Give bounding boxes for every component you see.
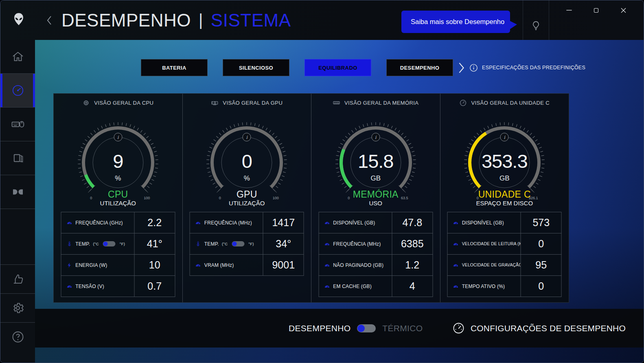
performance-toggle-label: DESEMPENHO [289, 323, 350, 333]
tips-lightbulb-button[interactable] [530, 19, 542, 32]
preset-specs-info-icon[interactable] [469, 63, 478, 73]
sidebar-item-dolby[interactable] [0, 175, 35, 209]
speedometer-icon [459, 99, 467, 107]
gauge-cpu: i9%CPUUTILIZAÇÃO0100 [69, 118, 167, 216]
ram-icon [333, 99, 340, 107]
card-title: VISÃO GERAL DA CPU [94, 100, 153, 106]
metric-row-freque-ncia-mhz: FREQUÊNCIA (MHz)1417 [190, 212, 304, 233]
preset-button-silencioso[interactable]: SILENCIOSO [223, 59, 289, 76]
gauge-drive-c: i353.3GBUNIDADE CESPAÇO EM DISCO0926.1 [456, 118, 553, 216]
gauge-info-icon[interactable]: i [371, 133, 380, 141]
gauge-value: 0 [198, 151, 296, 172]
close-button[interactable] [610, 1, 637, 19]
metric-row-tensa-o-v: TENSÃO (V)0.7 [61, 275, 175, 297]
gauge-info-icon[interactable]: i [243, 133, 251, 141]
title-secondary: SISTEMA [211, 10, 291, 31]
metric-label: TEMP. [204, 241, 219, 247]
gauge-gpu: i0%GPUUTILIZAÇÃO0100 [198, 118, 296, 216]
gauge-icon [195, 262, 202, 268]
sidebar-item-home[interactable] [0, 40, 35, 74]
performance-gauge-icon [11, 84, 25, 97]
overview-card-cpu: VISÃO GERAL DA CPUi9%CPUUTILIZAÇÃO0100FR… [54, 94, 183, 302]
performance-settings-button[interactable]: CONFIGURAÇÕES DE DESEMPENHO [452, 309, 626, 348]
maximize-button[interactable] [583, 1, 610, 19]
metrics-table: FREQUÊNCIA (MHz)1417TEMP.(°C°F)34°VRAM (… [190, 212, 304, 276]
metric-row-velocidade-de-leitura-kb-s: VELOCIDADE DE LEITURA (KB/s)0 [447, 233, 562, 255]
sidebar-item-settings[interactable] [0, 293, 35, 322]
performance-thermal-toggle[interactable] [357, 324, 376, 332]
gauge-value: 9 [69, 151, 167, 172]
metric-value: 2.2 [134, 212, 175, 233]
metric-row-label: FREQUÊNCIA (GHz) [61, 212, 134, 233]
metric-row-temp: TEMP.(°C°F)34° [190, 233, 304, 255]
metric-value: 1.2 [392, 255, 432, 275]
preset-specs-label[interactable]: ESPECIFICAÇÕES DAS PREDEFINIÇÕES [482, 65, 585, 70]
settings-label: CONFIGURAÇÕES DE DESEMPENHO [471, 323, 626, 333]
card-title: VISÃO GERAL DA GPU [223, 100, 283, 106]
gauge-icon [66, 220, 72, 226]
gauge-icon [324, 220, 330, 226]
alienware-logo-icon [11, 9, 26, 29]
metric-value: 573 [521, 212, 561, 233]
sidebar-item-help[interactable] [0, 322, 35, 351]
metric-value: 47.8 [392, 212, 432, 233]
title-divider: | [199, 11, 203, 29]
tooltip-arrow [510, 21, 517, 29]
gauge-min-label: 0 [219, 196, 221, 200]
metric-label: EM CACHE (GB) [333, 284, 372, 289]
metric-row-label: DISPONÍVEL (GB) [319, 212, 392, 233]
sidebar-item-peripherals[interactable] [0, 108, 35, 141]
expand-chevron-icon[interactable] [458, 62, 465, 74]
metric-value: 0 [521, 276, 561, 297]
metric-value: 9001 [263, 255, 304, 275]
gauge-icon [324, 241, 330, 247]
metric-row-label: TEMPO ATIVO (%) [448, 276, 521, 297]
thumbs-up-icon [11, 272, 25, 286]
metric-row-energia-w: ENERGIA (W)10 [61, 254, 175, 276]
celsius-fahrenheit-toggle[interactable] [103, 241, 116, 246]
main-content: BATERIASILENCIOSOEQUILIBRADODESEMPENHO E… [35, 40, 644, 363]
overview-card-drive-c: VISÃO GERAL DA UNIDADE Ci353.3GBUNIDADE … [440, 94, 569, 302]
celsius-label: (°C [222, 242, 228, 246]
sidebar-item-feedback[interactable] [0, 264, 35, 293]
metric-label: DISPONÍVEL (GB) [462, 220, 504, 226]
metric-row-label: EM CACHE (GB) [319, 276, 392, 297]
window-controls [555, 1, 637, 19]
tooltip-text: Saiba mais sobre Desempenho [411, 18, 504, 26]
gauge-name: UNIDADE C [456, 189, 553, 200]
back-button[interactable] [44, 14, 54, 26]
sidebar-item-performance[interactable] [0, 74, 35, 108]
preset-button-equilibrado[interactable]: EQUILIBRADO [304, 59, 371, 76]
metric-label: TEMP. [75, 241, 90, 247]
gauge-subtitle: UTILIZAÇÃO [69, 200, 167, 207]
metrics-table: FREQUÊNCIA (GHz)2.2TEMP.(°C°F)41°ENERGIA… [61, 212, 175, 297]
gauge-info-icon[interactable]: i [500, 133, 509, 141]
metric-row-label: TENSÃO (V) [61, 276, 134, 297]
metric-label: FREQUÊNCIA (MHz) [333, 241, 381, 247]
preset-button-desempenho[interactable]: DESEMPENHO [386, 59, 453, 76]
metric-value: 41° [134, 233, 175, 254]
metric-label: DISPONÍVEL (GB) [333, 220, 375, 226]
metric-value: 1417 [263, 212, 304, 233]
sidebar-item-library[interactable] [0, 141, 35, 175]
card-header: VISÃO GERAL DA CPU [54, 99, 182, 107]
overview-panel: VISÃO GERAL DA CPUi9%CPUUTILIZAÇÃO0100FR… [53, 93, 569, 303]
metric-row-vram-mhz: VRAM (MHz)9001 [190, 254, 304, 276]
gauge-info-icon[interactable]: i [114, 133, 122, 141]
minimize-icon [565, 6, 573, 14]
celsius-label: (°C [93, 242, 99, 246]
titlebar-separator [549, 0, 549, 40]
gauge-min-label: 0 [90, 196, 92, 200]
preset-button-bateria[interactable]: BATERIA [141, 59, 208, 76]
gauge-memory: i15.8GBMEMÓRIAUSO063.5 [327, 118, 425, 216]
metric-row-label: TEMP.(°C°F) [61, 233, 134, 254]
card-header: VISÃO GERAL DA UNIDADE C [440, 99, 569, 107]
celsius-fahrenheit-toggle[interactable] [232, 241, 244, 246]
metric-label: TEMPO ATIVO (%) [462, 284, 505, 289]
minimize-button[interactable] [555, 1, 583, 19]
metric-value: 34° [263, 233, 304, 254]
lightbulb-icon [530, 19, 542, 32]
metric-value: 6385 [392, 233, 432, 254]
metric-row-label: TEMP.(°C°F) [190, 233, 263, 254]
metric-row-temp: TEMP.(°C°F)41° [61, 233, 175, 255]
